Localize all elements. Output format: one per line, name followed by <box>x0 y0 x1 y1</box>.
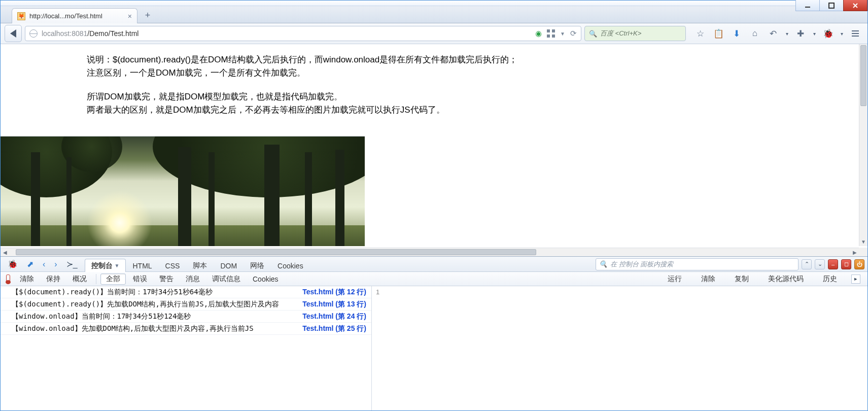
cmd-collapse-button[interactable]: ▸ <box>851 275 860 284</box>
command-line-button[interactable]: ≻_ <box>62 257 82 272</box>
search-box[interactable]: 🔍 百度 <Ctrl+K> <box>584 26 686 41</box>
devtools-toolbar: 🐞 ⬈ ‹ › ≻_ 控制台▼ HTML CSS 脚本 DOM 网络 Cooki… <box>1 257 867 272</box>
devtools-collapse-up-button[interactable]: ⌃ <box>802 259 812 269</box>
log-line: (第 24 行) <box>335 312 366 320</box>
devtools-collapse-down-button[interactable]: ⌄ <box>815 259 825 269</box>
window-minimize-button[interactable] <box>795 0 820 11</box>
url-path: /Demo/Test.html <box>87 29 138 38</box>
shield-icon[interactable]: ◉ <box>535 29 542 38</box>
log-source[interactable]: Test.html (第 24 行) <box>302 312 366 321</box>
filter-errors-button[interactable]: 错误 <box>128 273 152 285</box>
devtools-minimize-button[interactable]: – <box>828 259 838 269</box>
console-persist-button[interactable]: 保持 <box>41 273 65 285</box>
page-content[interactable]: 说明：$(document).ready()是在DOM结构载入完后执行的，而wi… <box>1 44 859 246</box>
log-source[interactable]: Test.html (第 12 行) <box>302 288 366 297</box>
console-profile-button[interactable]: 概况 <box>67 273 92 285</box>
panel-tab-html[interactable]: HTML <box>126 259 158 272</box>
reading-list-button[interactable]: 📋 <box>710 26 726 41</box>
devtools-search-input[interactable]: 🔍 在 控制台 面板内搜索 <box>596 258 798 270</box>
console-log-row[interactable]: 【window.onload】先加载DOM结构,后加载大型图片及内容,再执行当前… <box>1 323 371 335</box>
nav-toolbar: localhost:8081/Demo/Test.html ◉ ▼ ⟳ 🔍 百度… <box>1 23 867 44</box>
cmd-copy-button[interactable]: 复制 <box>730 273 754 285</box>
scroll-thumb[interactable] <box>16 249 536 255</box>
window-close-button[interactable] <box>843 0 867 11</box>
tab-favicon-icon: 🦊 <box>17 12 25 20</box>
paragraph: 说明：$(document).ready()是在DOM结构载入完后执行的，而wi… <box>87 53 859 66</box>
scroll-corner <box>859 248 867 256</box>
console-clear-button[interactable]: 清除 <box>15 273 39 285</box>
paragraph: 两者最大的区别，就是DOM加载完之后，不必再去等相应的图片加载完就可以执行JS代… <box>87 104 859 117</box>
break-on-error-button[interactable] <box>4 275 13 284</box>
log-file: Test.html <box>302 300 333 308</box>
cmd-run-button[interactable]: 运行 <box>663 273 687 285</box>
window-maximize-button[interactable] <box>819 0 844 11</box>
cmd-pretty-button[interactable]: 美化源代码 <box>763 273 809 285</box>
devtools-search-placeholder: 在 控制台 面板内搜索 <box>610 260 673 269</box>
cmd-history-button[interactable]: 历史 <box>818 273 842 285</box>
new-tab-button[interactable]: + <box>141 9 155 22</box>
page-viewport: 说明：$(document).ready()是在DOM结构载入完后执行的，而wi… <box>1 44 867 256</box>
panel-tab-console[interactable]: 控制台▼ <box>85 259 126 272</box>
filter-all-button[interactable]: 全部 <box>100 273 126 285</box>
filter-cookies-button[interactable]: Cookies <box>248 273 284 285</box>
scroll-right-button[interactable]: ▶ <box>850 248 859 256</box>
undo-close-button[interactable]: ↶ <box>765 26 781 41</box>
log-line: (第 12 行) <box>335 288 366 296</box>
panel-tab-script[interactable]: 脚本 <box>186 259 214 272</box>
browser-tab[interactable]: 🦊 http://local...mo/Test.html × <box>12 8 137 23</box>
devtools-panel: 🐞 ⬈ ‹ › ≻_ 控制台▼ HTML CSS 脚本 DOM 网络 Cooki… <box>1 256 867 410</box>
firebug-button[interactable]: 🐞 <box>820 26 836 41</box>
firebug-icon[interactable]: 🐞 <box>4 257 22 272</box>
undo-dropdown[interactable]: ▾ <box>783 26 790 41</box>
console-log-row[interactable]: 【$(document).ready()】当前时间：17时34分51秒64毫秒 … <box>1 286 371 298</box>
devtools-power-button[interactable]: ⏻ <box>854 259 864 269</box>
cmd-clear-button[interactable]: 清除 <box>696 273 720 285</box>
vertical-scrollbar[interactable]: ▲ ▼ <box>859 44 867 246</box>
log-file: Test.html <box>302 324 333 332</box>
inspect-button[interactable]: ⬈ <box>23 257 38 272</box>
bookmark-star-button[interactable]: ☆ <box>692 26 708 41</box>
filter-warnings-button[interactable]: 警告 <box>154 273 179 285</box>
extensions-button[interactable]: ✚ <box>792 26 809 41</box>
tab-strip: 🦊 http://local...mo/Test.html × + <box>1 6 867 23</box>
address-bar[interactable]: localhost:8081/Demo/Test.html ◉ ▼ ⟳ <box>25 26 581 41</box>
console-log-list[interactable]: 【$(document).ready()】当前时间：17时34分51秒64毫秒 … <box>1 286 372 410</box>
console-log-row[interactable]: 【$(document).ready()】先加载DOM结构,再执行当前JS,后加… <box>1 298 371 311</box>
log-source[interactable]: Test.html (第 25 行) <box>302 324 366 333</box>
log-line: (第 25 行) <box>335 324 366 332</box>
panel-tab-css[interactable]: CSS <box>159 259 187 272</box>
devtools-detach-button[interactable]: ◻ <box>841 259 851 269</box>
scroll-down-button[interactable]: ▼ <box>859 237 867 246</box>
tab-close-button[interactable]: × <box>128 13 132 20</box>
panel-tab-dom[interactable]: DOM <box>214 259 244 272</box>
back-button[interactable] <box>5 25 22 42</box>
scroll-left-button[interactable]: ◀ <box>1 248 9 256</box>
console-log-row[interactable]: 【window.onload】当前时间：17时34分51秒124毫秒 Test.… <box>1 311 371 323</box>
nav-prev-button[interactable]: ‹ <box>39 257 49 272</box>
home-button[interactable]: ⌂ <box>747 26 763 41</box>
window-titlebar[interactable] <box>1 1 867 6</box>
horizontal-scrollbar[interactable]: ◀ ▶ <box>1 248 859 256</box>
extensions-dropdown[interactable]: ▾ <box>811 26 818 41</box>
panel-tab-cookies[interactable]: Cookies <box>271 259 310 272</box>
nav-next-button[interactable]: › <box>50 257 61 272</box>
arrow-left-icon <box>10 29 16 38</box>
filter-info-button[interactable]: 消息 <box>181 273 205 285</box>
firebug-dropdown[interactable]: ▾ <box>838 26 845 41</box>
qr-icon[interactable] <box>547 29 555 38</box>
devtools-body: 【$(document).ready()】当前时间：17时34分51秒64毫秒 … <box>1 286 867 410</box>
thermometer-icon <box>6 275 10 284</box>
filter-debug-button[interactable]: 调试信息 <box>207 273 246 285</box>
scroll-thumb[interactable] <box>860 45 866 106</box>
downloads-button[interactable]: ⬇ <box>728 26 745 41</box>
panel-tab-net[interactable]: 网络 <box>244 259 271 272</box>
paragraph: 注意区别，一个是DOM加载完，一个是所有文件加载完。 <box>87 66 859 80</box>
history-dropdown-button[interactable]: ▼ <box>560 31 565 37</box>
command-editor[interactable]: 1 <box>372 286 867 410</box>
reload-button[interactable]: ⟳ <box>570 29 577 38</box>
app-menu-button[interactable] <box>847 26 863 41</box>
separator <box>96 274 96 284</box>
log-source[interactable]: Test.html (第 13 行) <box>302 300 366 309</box>
toolbar-icons: ☆ 📋 ⬇ ⌂ ↶ ▾ ✚ ▾ 🐞 ▾ <box>692 26 863 41</box>
search-icon: 🔍 <box>599 260 607 268</box>
